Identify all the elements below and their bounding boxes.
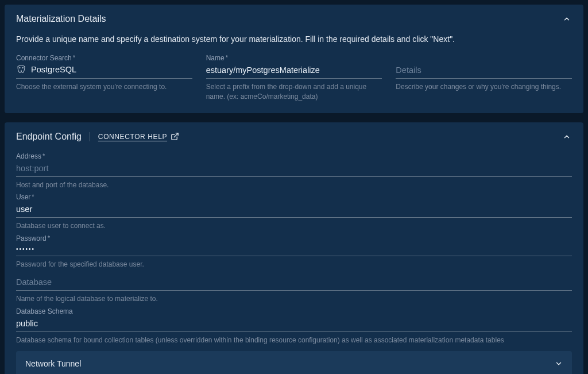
endpoint-config-panel: Endpoint Config CONNECTOR HELP Address H… bbox=[5, 122, 583, 374]
connector-help-link[interactable]: CONNECTOR HELP bbox=[98, 132, 179, 141]
panel-header-left: Endpoint Config CONNECTOR HELP bbox=[16, 132, 179, 142]
name-label: Name bbox=[206, 54, 382, 62]
panel-title: Endpoint Config bbox=[16, 132, 82, 142]
name-col: Name Select a prefix from the drop-down … bbox=[206, 54, 382, 102]
panel-title: Materialization Details bbox=[16, 14, 106, 24]
schema-field: Database Schema Database schema for boun… bbox=[16, 307, 572, 345]
panel-header: Materialization Details bbox=[16, 14, 572, 24]
panel-header: Endpoint Config CONNECTOR HELP bbox=[16, 132, 572, 142]
details-helper: Describe your changes or why you're chan… bbox=[396, 82, 572, 92]
password-input[interactable] bbox=[16, 244, 572, 256]
collapse-toggle[interactable] bbox=[562, 132, 572, 142]
network-tunnel-title: Network Tunnel bbox=[25, 359, 81, 368]
address-input[interactable] bbox=[16, 161, 572, 177]
connector-helper: Choose the external system you're connec… bbox=[16, 82, 192, 92]
chevron-up-icon bbox=[563, 15, 571, 23]
address-helper: Host and port of the database. bbox=[16, 180, 572, 190]
schema-helper: Database schema for bound collection tab… bbox=[16, 336, 572, 345]
details-row: Connector Search PostgreSQL Choose the e… bbox=[16, 54, 572, 102]
svg-point-0 bbox=[20, 67, 20, 68]
connector-value: PostgreSQL bbox=[31, 65, 76, 74]
details-col: Details Describe your changes or why you… bbox=[396, 54, 572, 102]
chevron-down-icon bbox=[555, 360, 563, 368]
collapse-toggle[interactable] bbox=[562, 14, 572, 24]
user-helper: Database user to connect as. bbox=[16, 221, 572, 231]
name-input[interactable] bbox=[206, 63, 382, 79]
connector-search-col: Connector Search PostgreSQL Choose the e… bbox=[16, 54, 192, 102]
database-field: Name of the logical database to material… bbox=[16, 275, 572, 304]
user-field: User Database user to connect as. bbox=[16, 193, 572, 231]
user-input[interactable] bbox=[16, 202, 572, 218]
help-link-text: CONNECTOR HELP bbox=[98, 133, 167, 141]
svg-point-1 bbox=[22, 67, 23, 68]
password-label: Password bbox=[16, 234, 572, 242]
schema-input[interactable] bbox=[16, 317, 572, 332]
divider bbox=[90, 132, 90, 141]
chevron-up-icon bbox=[563, 133, 571, 141]
password-helper: Password for the specified database user… bbox=[16, 260, 572, 269]
panel-intro: Provide a unique name and specify a dest… bbox=[16, 34, 572, 44]
name-helper: Select a prefix from the drop-down and a… bbox=[206, 82, 382, 102]
external-link-icon bbox=[171, 132, 179, 141]
address-label: Address bbox=[16, 152, 572, 160]
address-field: Address Host and port of the database. bbox=[16, 152, 572, 190]
schema-label: Database Schema bbox=[16, 307, 572, 315]
database-input[interactable] bbox=[16, 275, 572, 291]
connector-search-label: Connector Search bbox=[16, 54, 192, 62]
svg-line-2 bbox=[174, 133, 178, 137]
user-label: User bbox=[16, 193, 572, 201]
database-helper: Name of the logical database to material… bbox=[16, 294, 572, 304]
postgresql-icon bbox=[16, 64, 26, 75]
materialization-details-panel: Materialization Details Provide a unique… bbox=[5, 5, 583, 113]
network-tunnel-section[interactable]: Network Tunnel bbox=[16, 351, 572, 374]
connector-search-input[interactable]: PostgreSQL bbox=[16, 63, 192, 79]
password-field: Password Password for the specified data… bbox=[16, 234, 572, 269]
details-input[interactable] bbox=[396, 63, 572, 79]
